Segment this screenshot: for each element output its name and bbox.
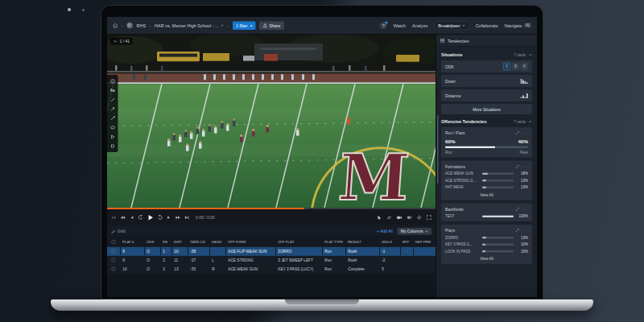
formations-card: Formations ··· ACE WEAK GUN 18% ACE STRO… [441, 161, 532, 200]
cell-play: 9 [120, 255, 144, 264]
col-header[interactable]: DEF FRM [413, 237, 436, 246]
sidebar-scrollbar[interactable] [437, 115, 439, 184]
col-header[interactable]: DN [160, 237, 171, 246]
chevron-up-icon[interactable] [529, 121, 533, 123]
grid-name[interactable]: Grid [111, 229, 125, 234]
add-all-button[interactable]: + Add All [377, 229, 393, 234]
row-checkbox[interactable] [111, 266, 115, 270]
breadcrumb-team[interactable]: RHS [137, 23, 147, 28]
col-header[interactable]: ODK [144, 237, 160, 246]
menu-watch[interactable]: Watch [394, 23, 406, 28]
share-button[interactable]: Share [259, 21, 284, 30]
plays-title: Plays [445, 228, 455, 233]
cell-offplay: KEY 3 PASS (LUCY) [275, 264, 322, 273]
run-label: Run [445, 150, 452, 155]
overflow-menu-icon[interactable]: ··· [522, 228, 528, 233]
previous-clip-icon[interactable] [111, 215, 117, 221]
run-pct: 60% [445, 138, 456, 144]
fast-forward-icon[interactable] [175, 215, 181, 221]
table-row[interactable]: 9 O 2 11 -37 L ACE STRONG 3 JET SWEEP LE… [107, 255, 436, 264]
replay-back-icon[interactable] [138, 215, 143, 221]
breadcrumb-separator: › [150, 23, 151, 28]
col-header[interactable]: RESULT [345, 237, 379, 246]
expand-icon[interactable] [516, 164, 520, 168]
stat-bar-fill [482, 186, 486, 188]
expand-icon[interactable] [516, 229, 520, 233]
video-title-dropdown[interactable]: HAR vs. Mercer High School - ... [155, 23, 224, 28]
col-header[interactable]: OFF PLAY [275, 237, 322, 246]
menu-collaborate[interactable]: Collaborate [476, 23, 498, 28]
row-checkbox[interactable] [111, 258, 115, 262]
situations-header[interactable]: Situations 7 cards [441, 52, 532, 57]
col-header[interactable]: PLAY TYPE [322, 237, 345, 246]
arrow-tool-icon[interactable] [107, 105, 118, 114]
seek-bar-fill [107, 208, 304, 209]
my-columns-button[interactable]: My Columns [398, 228, 431, 235]
chevron-down-icon [221, 24, 224, 27]
help-icon[interactable]: ? [380, 22, 387, 29]
col-header[interactable]: OFF FORM [225, 237, 275, 246]
replay-forward-icon[interactable] [158, 215, 163, 221]
expand-icon[interactable] [516, 131, 520, 135]
col-header[interactable]: PLAY # [120, 237, 144, 246]
col-header[interactable]: EFF [400, 237, 413, 246]
info-icon[interactable] [107, 76, 118, 86]
line-tool-icon[interactable] [107, 95, 118, 105]
odk-toggle-o[interactable]: O [503, 63, 510, 70]
text-tool-icon[interactable]: Aa [107, 86, 118, 96]
more-situations-button[interactable]: More Situations [441, 104, 532, 114]
clip-counter[interactable]: 1 / 41 [110, 38, 133, 45]
notification-dot [386, 21, 388, 23]
view-all-link[interactable]: View All [445, 257, 528, 262]
next-clip-icon[interactable] [184, 215, 190, 221]
video-canvas[interactable]: M [107, 35, 436, 208]
camera-icon[interactable] [397, 215, 402, 221]
table-row[interactable]: 8 O 1 10 -38 ACE FLIP WEAK GUN ZORRO Run… [107, 246, 436, 255]
connector-tool-icon[interactable] [107, 114, 118, 123]
home-icon[interactable] [113, 23, 118, 28]
stat-bar-fill [482, 172, 488, 175]
overflow-menu-icon[interactable]: ··· [522, 207, 528, 212]
situation-card-distance[interactable]: Distance [441, 89, 532, 101]
situation-card-down[interactable]: Down [441, 75, 532, 87]
menu-navigate[interactable]: Navigate 41 [505, 23, 531, 28]
odk-toggle-d[interactable]: D [512, 63, 519, 70]
cell-result: Rush [345, 246, 379, 255]
play-icon[interactable] [147, 214, 155, 221]
col-header[interactable]: DIST [171, 237, 188, 246]
row-checkbox[interactable] [111, 249, 115, 253]
col-header[interactable]: HASH [209, 237, 225, 246]
square-tool-icon[interactable] [107, 142, 118, 151]
stat-bar-fill [482, 250, 485, 253]
situation-card-odk[interactable]: ODK O D K [441, 60, 532, 72]
step-forward-icon[interactable] [167, 215, 171, 221]
play-tool-icon[interactable] [107, 132, 118, 142]
rewind-icon[interactable] [120, 215, 126, 221]
stat-pct: 100% [516, 214, 528, 218]
settings-icon[interactable] [417, 215, 423, 221]
select-all-checkbox[interactable] [112, 240, 116, 244]
chevron-up-icon[interactable] [529, 54, 533, 56]
cell-result: Rush [345, 255, 379, 264]
step-back-icon[interactable] [130, 215, 134, 221]
filter-pill[interactable]: 1 filter × [233, 21, 255, 30]
overflow-menu-icon[interactable]: ··· [522, 130, 528, 135]
overflow-menu-icon[interactable]: ··· [522, 164, 528, 169]
offensive-tendencies-header[interactable]: Offensive Tendencies 7 cards [441, 119, 532, 124]
seek-bar[interactable] [107, 208, 436, 209]
menu-breakdown[interactable]: Breakdown [435, 22, 469, 30]
col-header[interactable]: GN/LS [379, 237, 400, 246]
fullscreen-icon[interactable] [427, 215, 432, 221]
col-header[interactable]: YARD LN [188, 237, 209, 246]
ellipse-tool-icon[interactable] [107, 123, 118, 133]
loop-icon[interactable] [386, 215, 392, 221]
table-row[interactable]: 10 O 3 13 -35 R ACE WEAK GUN KEY 3 PASS … [107, 264, 436, 273]
odk-toggle-k[interactable]: K [521, 63, 528, 70]
view-all-link[interactable]: View All [445, 192, 528, 197]
stat-bar-fill [482, 180, 486, 182]
expand-icon[interactable] [516, 207, 520, 211]
cursor-icon[interactable] [377, 215, 382, 221]
volume-icon[interactable] [407, 215, 412, 221]
filter-close-icon[interactable]: × [250, 23, 252, 28]
menu-analyze[interactable]: Analyze [412, 23, 428, 28]
